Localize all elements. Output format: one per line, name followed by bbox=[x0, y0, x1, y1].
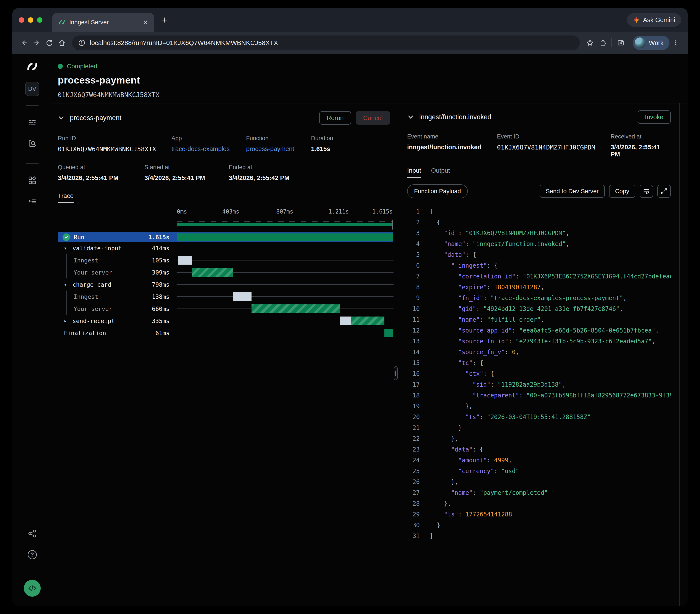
chevron-down-icon[interactable] bbox=[407, 114, 414, 120]
trace-step-duration: 61ms bbox=[155, 330, 177, 336]
bookmark-star-icon[interactable] bbox=[584, 37, 596, 49]
panel-resize-handle[interactable] bbox=[394, 366, 398, 380]
minimap-tick bbox=[231, 220, 231, 230]
code-line: 7"correlation_id": "01KJX6P53EB6C2752XGS… bbox=[407, 271, 671, 282]
code-content: "ts": 1772654141288 bbox=[420, 509, 512, 520]
trace-row-your-server[interactable]: Your server309ms bbox=[58, 266, 393, 279]
meta-label: Function bbox=[246, 135, 311, 142]
forward-button[interactable] bbox=[30, 37, 43, 49]
line-number: 12 bbox=[407, 325, 420, 336]
new-tab-button[interactable]: + bbox=[161, 14, 167, 26]
rerun-button[interactable]: Rerun bbox=[319, 111, 351, 125]
trace-row-label-area: ▾charge-card798ms bbox=[58, 279, 177, 291]
code-content: "data": { bbox=[420, 444, 483, 455]
trace-row-track bbox=[177, 303, 393, 315]
code-content: }, bbox=[420, 401, 473, 411]
code-line: 26}, bbox=[407, 476, 671, 487]
code-content: "currency": "usd" bbox=[420, 465, 519, 476]
code-line: 19}, bbox=[407, 401, 671, 411]
send-to-dev-server-button[interactable]: Send to Dev Server bbox=[540, 185, 604, 198]
tab-title: Inngest Server bbox=[69, 19, 139, 26]
profile-chip[interactable]: Work bbox=[633, 36, 670, 50]
meta-label: Started at bbox=[145, 164, 229, 171]
meta-value[interactable]: process-payment bbox=[246, 145, 311, 153]
sidebar-item-events[interactable] bbox=[25, 136, 39, 151]
function-payload-pill[interactable]: Function Payload bbox=[407, 184, 468, 198]
url-bar[interactable]: localhost:8288/run?runID=01KJX6Q7W64NMKM… bbox=[72, 36, 580, 50]
code-content: "sid": "119282aa29b3d138", bbox=[420, 379, 566, 390]
trace-row-charge-card[interactable]: ▾charge-card798ms bbox=[58, 279, 393, 291]
trace-row-validate-input[interactable]: ▾validate-input414ms bbox=[58, 242, 393, 254]
minimap-tick bbox=[285, 220, 285, 230]
sidebar-item-terminal[interactable] bbox=[25, 194, 39, 208]
wrap-text-icon-button[interactable] bbox=[640, 185, 653, 198]
help-icon[interactable]: ? bbox=[25, 548, 39, 562]
invoke-button[interactable]: Invoke bbox=[638, 110, 671, 124]
tab-trace[interactable]: Trace bbox=[58, 192, 74, 203]
tab-input[interactable]: Input bbox=[407, 167, 421, 178]
code-line: 2{ bbox=[407, 217, 671, 228]
line-number: 15 bbox=[407, 357, 420, 368]
code-line: 28}, bbox=[407, 498, 671, 509]
line-number: 24 bbox=[407, 455, 420, 465]
status-dot-icon bbox=[58, 64, 63, 69]
home-button[interactable] bbox=[55, 37, 68, 49]
expand-icon-button[interactable] bbox=[657, 185, 671, 198]
trace-row-your-server[interactable]: Your server660ms bbox=[58, 303, 393, 315]
meta-value[interactable]: trace-docs-examples bbox=[172, 145, 246, 153]
line-number: 18 bbox=[407, 390, 420, 401]
side-panel-search-icon[interactable] bbox=[614, 37, 627, 49]
cancel-button[interactable]: Cancel bbox=[356, 111, 390, 125]
code-line: 15"tc": { bbox=[407, 357, 671, 368]
workspace-badge[interactable]: DV bbox=[25, 82, 39, 96]
line-number: 14 bbox=[407, 347, 420, 357]
payload-code-viewer: 1[2{3"id": "01KJX6Q7V81N4DMZ7HFJ0CGPDM",… bbox=[407, 206, 671, 606]
code-content: "data": { bbox=[420, 249, 476, 260]
reload-button[interactable] bbox=[43, 37, 55, 49]
meta-label: App bbox=[172, 135, 246, 142]
trace-row-inngest[interactable]: Inngest105ms bbox=[58, 254, 393, 266]
browser-menu-icon[interactable] bbox=[670, 37, 682, 49]
timeline-minimap[interactable] bbox=[177, 218, 393, 231]
meta-label: Ended at bbox=[229, 164, 390, 171]
ask-gemini-button[interactable]: Ask Gemini bbox=[627, 13, 681, 27]
trace-row-send-receipt[interactable]: ▸send-receipt335ms bbox=[58, 315, 393, 327]
axis-tick-label: 1.211s bbox=[328, 208, 349, 215]
trace-row-run[interactable]: Run1.615s bbox=[58, 232, 393, 242]
trace-row-label-area: ▾validate-input414ms bbox=[58, 242, 177, 254]
code-line: 16"ctx": { bbox=[407, 368, 671, 379]
code-content: "tc": { bbox=[420, 357, 483, 368]
sidebar-item-apps[interactable] bbox=[25, 173, 39, 187]
code-content: "traceparent": "00-a073fb598bfff8af82956… bbox=[420, 390, 671, 401]
minimize-window-button[interactable] bbox=[28, 17, 33, 23]
line-number: 16 bbox=[407, 368, 420, 379]
dev-tools-fab-button[interactable] bbox=[24, 580, 41, 597]
expand-icon[interactable]: ▸ bbox=[64, 318, 73, 324]
indent-guide bbox=[66, 303, 67, 315]
trace-row-finalization[interactable]: Finalization61ms bbox=[58, 327, 393, 339]
site-info-icon[interactable] bbox=[78, 39, 86, 47]
collapse-icon[interactable]: ▾ bbox=[64, 245, 73, 251]
copy-button[interactable]: Copy bbox=[609, 185, 635, 198]
close-window-button[interactable] bbox=[19, 17, 24, 23]
code-line: 31] bbox=[407, 530, 671, 541]
share-icon[interactable] bbox=[25, 526, 39, 541]
collapse-icon[interactable]: ▾ bbox=[64, 282, 73, 287]
browser-tab[interactable]: Inngest Server ✕ bbox=[52, 13, 154, 31]
extensions-icon[interactable] bbox=[596, 37, 609, 49]
trace-row-inngest[interactable]: Inngest138ms bbox=[58, 291, 393, 303]
chevron-down-icon[interactable] bbox=[58, 114, 65, 121]
zoom-window-button[interactable] bbox=[37, 17, 42, 23]
meta-item: Duration1.615s bbox=[311, 135, 390, 153]
tab-output[interactable]: Output bbox=[431, 167, 450, 178]
trace-bar-exec bbox=[351, 317, 385, 325]
line-number: 27 bbox=[407, 487, 420, 498]
indent-guide bbox=[66, 266, 67, 279]
gemini-sparkle-icon bbox=[633, 16, 640, 23]
line-number: 13 bbox=[407, 336, 420, 347]
close-tab-icon[interactable]: ✕ bbox=[143, 19, 148, 26]
back-button[interactable] bbox=[18, 37, 30, 49]
run-header: Completed process-payment 01KJX6Q7W64NMK… bbox=[52, 54, 688, 103]
trace-bar-queue bbox=[178, 256, 192, 265]
sidebar-item-runs[interactable] bbox=[25, 115, 39, 129]
